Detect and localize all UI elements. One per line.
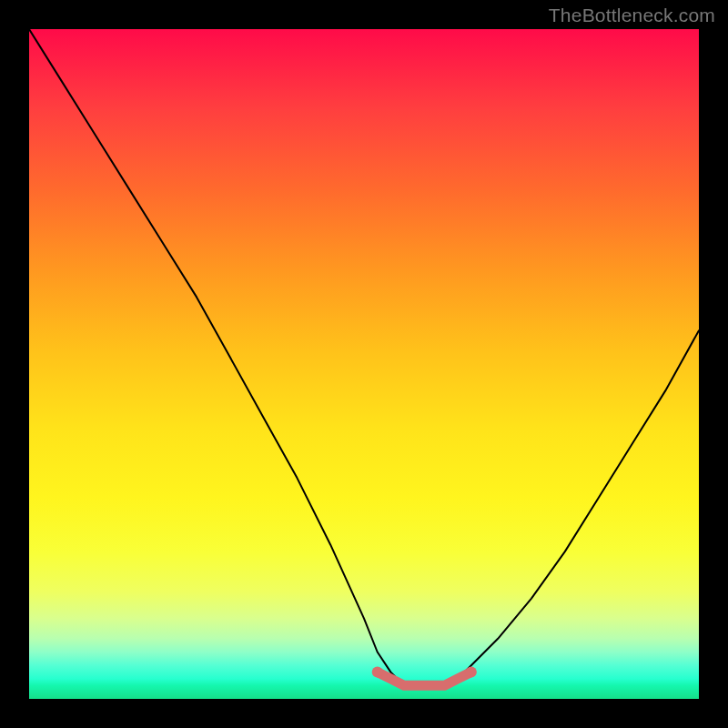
watermark-text: TheBottleneck.com [549,5,715,26]
bottleneck-curve [29,29,699,685]
highlight-endpoint-right [466,667,477,678]
highlight-endpoint-left [372,667,383,678]
chart-frame: TheBottleneck.com [0,0,728,728]
bottom-flat-highlight [378,672,471,686]
plot-area [29,29,699,699]
chart-svg [29,29,699,699]
